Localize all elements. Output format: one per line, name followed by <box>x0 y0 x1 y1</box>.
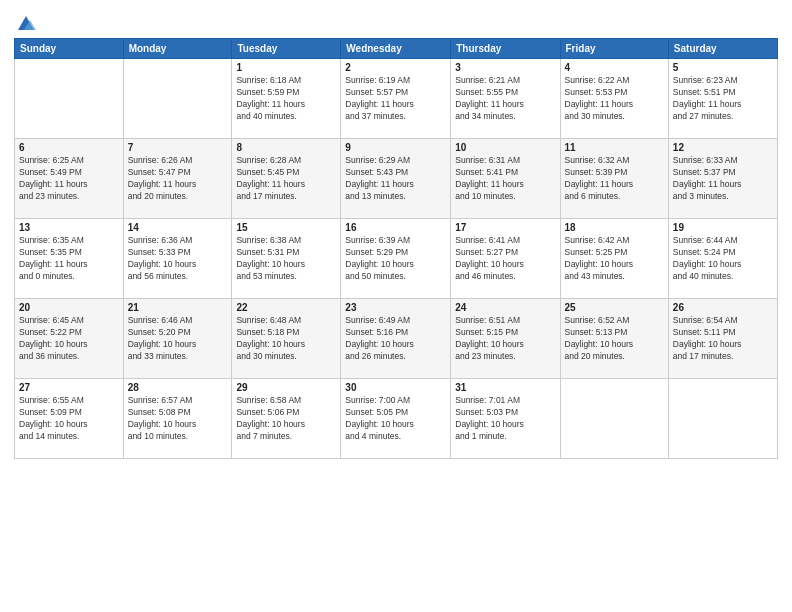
day-number: 1 <box>236 62 336 73</box>
calendar-cell: 14Sunrise: 6:36 AMSunset: 5:33 PMDayligh… <box>123 219 232 299</box>
calendar-cell: 31Sunrise: 7:01 AMSunset: 5:03 PMDayligh… <box>451 379 560 459</box>
day-number: 26 <box>673 302 773 313</box>
week-row-4: 27Sunrise: 6:55 AMSunset: 5:09 PMDayligh… <box>15 379 778 459</box>
weekday-sunday: Sunday <box>15 39 124 59</box>
day-number: 24 <box>455 302 555 313</box>
calendar-cell: 8Sunrise: 6:28 AMSunset: 5:45 PMDaylight… <box>232 139 341 219</box>
day-info: Sunrise: 6:55 AMSunset: 5:09 PMDaylight:… <box>19 395 119 443</box>
day-number: 20 <box>19 302 119 313</box>
day-info: Sunrise: 6:25 AMSunset: 5:49 PMDaylight:… <box>19 155 119 203</box>
week-row-3: 20Sunrise: 6:45 AMSunset: 5:22 PMDayligh… <box>15 299 778 379</box>
calendar-cell: 7Sunrise: 6:26 AMSunset: 5:47 PMDaylight… <box>123 139 232 219</box>
week-row-2: 13Sunrise: 6:35 AMSunset: 5:35 PMDayligh… <box>15 219 778 299</box>
calendar-cell: 15Sunrise: 6:38 AMSunset: 5:31 PMDayligh… <box>232 219 341 299</box>
day-number: 21 <box>128 302 228 313</box>
calendar-cell: 22Sunrise: 6:48 AMSunset: 5:18 PMDayligh… <box>232 299 341 379</box>
weekday-wednesday: Wednesday <box>341 39 451 59</box>
day-number: 25 <box>565 302 664 313</box>
day-info: Sunrise: 6:26 AMSunset: 5:47 PMDaylight:… <box>128 155 228 203</box>
day-number: 29 <box>236 382 336 393</box>
calendar-cell: 23Sunrise: 6:49 AMSunset: 5:16 PMDayligh… <box>341 299 451 379</box>
day-number: 3 <box>455 62 555 73</box>
calendar-cell: 12Sunrise: 6:33 AMSunset: 5:37 PMDayligh… <box>668 139 777 219</box>
calendar-cell <box>668 379 777 459</box>
day-info: Sunrise: 6:28 AMSunset: 5:45 PMDaylight:… <box>236 155 336 203</box>
day-info: Sunrise: 7:00 AMSunset: 5:05 PMDaylight:… <box>345 395 446 443</box>
day-number: 4 <box>565 62 664 73</box>
calendar-cell: 25Sunrise: 6:52 AMSunset: 5:13 PMDayligh… <box>560 299 668 379</box>
calendar-cell: 11Sunrise: 6:32 AMSunset: 5:39 PMDayligh… <box>560 139 668 219</box>
day-number: 14 <box>128 222 228 233</box>
calendar-cell: 29Sunrise: 6:58 AMSunset: 5:06 PMDayligh… <box>232 379 341 459</box>
day-info: Sunrise: 6:41 AMSunset: 5:27 PMDaylight:… <box>455 235 555 283</box>
day-number: 7 <box>128 142 228 153</box>
day-number: 8 <box>236 142 336 153</box>
calendar-cell: 27Sunrise: 6:55 AMSunset: 5:09 PMDayligh… <box>15 379 124 459</box>
day-info: Sunrise: 6:58 AMSunset: 5:06 PMDaylight:… <box>236 395 336 443</box>
day-number: 2 <box>345 62 446 73</box>
weekday-monday: Monday <box>123 39 232 59</box>
day-info: Sunrise: 6:46 AMSunset: 5:20 PMDaylight:… <box>128 315 228 363</box>
day-number: 13 <box>19 222 119 233</box>
day-number: 22 <box>236 302 336 313</box>
weekday-tuesday: Tuesday <box>232 39 341 59</box>
calendar-cell: 19Sunrise: 6:44 AMSunset: 5:24 PMDayligh… <box>668 219 777 299</box>
day-info: Sunrise: 6:31 AMSunset: 5:41 PMDaylight:… <box>455 155 555 203</box>
day-info: Sunrise: 6:33 AMSunset: 5:37 PMDaylight:… <box>673 155 773 203</box>
day-info: Sunrise: 6:39 AMSunset: 5:29 PMDaylight:… <box>345 235 446 283</box>
weekday-friday: Friday <box>560 39 668 59</box>
calendar-cell: 28Sunrise: 6:57 AMSunset: 5:08 PMDayligh… <box>123 379 232 459</box>
logo <box>14 12 36 30</box>
day-number: 23 <box>345 302 446 313</box>
calendar-cell: 3Sunrise: 6:21 AMSunset: 5:55 PMDaylight… <box>451 59 560 139</box>
calendar-cell <box>123 59 232 139</box>
day-number: 5 <box>673 62 773 73</box>
day-number: 10 <box>455 142 555 153</box>
calendar-cell: 4Sunrise: 6:22 AMSunset: 5:53 PMDaylight… <box>560 59 668 139</box>
calendar-cell: 17Sunrise: 6:41 AMSunset: 5:27 PMDayligh… <box>451 219 560 299</box>
day-info: Sunrise: 6:48 AMSunset: 5:18 PMDaylight:… <box>236 315 336 363</box>
header <box>14 12 778 30</box>
weekday-header-row: SundayMondayTuesdayWednesdayThursdayFrid… <box>15 39 778 59</box>
calendar-cell: 21Sunrise: 6:46 AMSunset: 5:20 PMDayligh… <box>123 299 232 379</box>
day-info: Sunrise: 6:54 AMSunset: 5:11 PMDaylight:… <box>673 315 773 363</box>
calendar-cell: 26Sunrise: 6:54 AMSunset: 5:11 PMDayligh… <box>668 299 777 379</box>
day-number: 12 <box>673 142 773 153</box>
calendar-cell: 10Sunrise: 6:31 AMSunset: 5:41 PMDayligh… <box>451 139 560 219</box>
day-number: 28 <box>128 382 228 393</box>
day-number: 17 <box>455 222 555 233</box>
weekday-saturday: Saturday <box>668 39 777 59</box>
day-info: Sunrise: 6:21 AMSunset: 5:55 PMDaylight:… <box>455 75 555 123</box>
day-number: 9 <box>345 142 446 153</box>
page: SundayMondayTuesdayWednesdayThursdayFrid… <box>0 0 792 612</box>
calendar-header: SundayMondayTuesdayWednesdayThursdayFrid… <box>15 39 778 59</box>
day-info: Sunrise: 6:42 AMSunset: 5:25 PMDaylight:… <box>565 235 664 283</box>
day-info: Sunrise: 6:57 AMSunset: 5:08 PMDaylight:… <box>128 395 228 443</box>
day-info: Sunrise: 7:01 AMSunset: 5:03 PMDaylight:… <box>455 395 555 443</box>
calendar-body: 1Sunrise: 6:18 AMSunset: 5:59 PMDaylight… <box>15 59 778 459</box>
day-info: Sunrise: 6:38 AMSunset: 5:31 PMDaylight:… <box>236 235 336 283</box>
day-number: 31 <box>455 382 555 393</box>
calendar-cell: 5Sunrise: 6:23 AMSunset: 5:51 PMDaylight… <box>668 59 777 139</box>
calendar-cell: 20Sunrise: 6:45 AMSunset: 5:22 PMDayligh… <box>15 299 124 379</box>
day-number: 18 <box>565 222 664 233</box>
day-info: Sunrise: 6:44 AMSunset: 5:24 PMDaylight:… <box>673 235 773 283</box>
day-info: Sunrise: 6:22 AMSunset: 5:53 PMDaylight:… <box>565 75 664 123</box>
day-info: Sunrise: 6:29 AMSunset: 5:43 PMDaylight:… <box>345 155 446 203</box>
day-info: Sunrise: 6:36 AMSunset: 5:33 PMDaylight:… <box>128 235 228 283</box>
calendar-cell: 16Sunrise: 6:39 AMSunset: 5:29 PMDayligh… <box>341 219 451 299</box>
calendar-table: SundayMondayTuesdayWednesdayThursdayFrid… <box>14 38 778 459</box>
day-number: 16 <box>345 222 446 233</box>
day-number: 30 <box>345 382 446 393</box>
calendar-cell: 2Sunrise: 6:19 AMSunset: 5:57 PMDaylight… <box>341 59 451 139</box>
day-info: Sunrise: 6:19 AMSunset: 5:57 PMDaylight:… <box>345 75 446 123</box>
weekday-thursday: Thursday <box>451 39 560 59</box>
day-number: 11 <box>565 142 664 153</box>
calendar-cell <box>15 59 124 139</box>
calendar-cell: 1Sunrise: 6:18 AMSunset: 5:59 PMDaylight… <box>232 59 341 139</box>
calendar-cell: 9Sunrise: 6:29 AMSunset: 5:43 PMDaylight… <box>341 139 451 219</box>
week-row-1: 6Sunrise: 6:25 AMSunset: 5:49 PMDaylight… <box>15 139 778 219</box>
day-number: 15 <box>236 222 336 233</box>
day-info: Sunrise: 6:35 AMSunset: 5:35 PMDaylight:… <box>19 235 119 283</box>
day-info: Sunrise: 6:51 AMSunset: 5:15 PMDaylight:… <box>455 315 555 363</box>
